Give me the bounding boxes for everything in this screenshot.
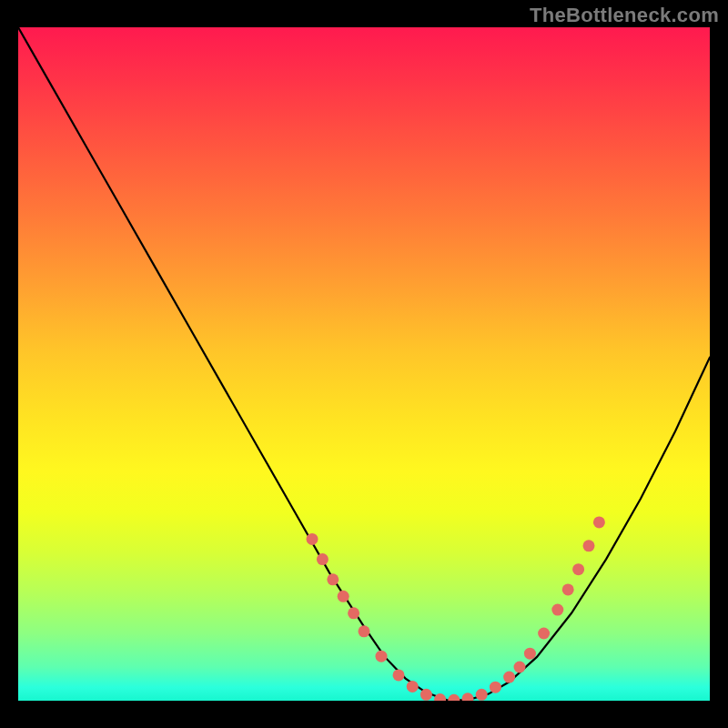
marker-dot [462,693,474,701]
bottleneck-curve [18,27,710,700]
marker-dot [348,607,359,619]
marker-dot [503,672,515,683]
marker-dot [327,573,339,585]
marker-dot [490,682,501,693]
plot-area [18,27,710,701]
marker-dot [583,540,595,551]
marker-dot [317,553,329,565]
marker-dot [524,648,536,660]
marker-dot [448,694,460,701]
marker-dot [593,516,605,528]
marker-dot [514,662,526,673]
marker-dot [393,669,405,681]
highlight-markers [307,516,605,701]
marker-dot [359,625,370,637]
marker-dot [562,583,574,595]
marker-dot [551,604,563,616]
marker-dot [572,563,584,575]
marker-dot [420,689,432,701]
marker-dot [476,689,488,701]
chart-container: TheBottleneck.com [0,0,728,728]
marker-dot [434,693,446,701]
marker-dot [538,628,550,640]
chart-svg [18,27,710,701]
marker-dot [376,651,388,662]
watermark-text: TheBottleneck.com [530,4,719,27]
marker-dot [338,591,349,602]
marker-dot [407,681,419,693]
marker-dot [307,533,318,545]
